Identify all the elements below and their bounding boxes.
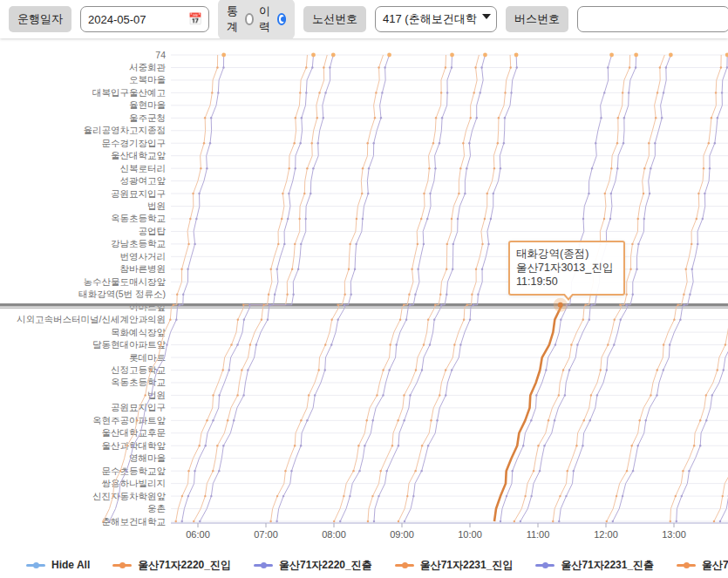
legend-marker-icon <box>112 564 132 567</box>
toolbar: 운행일자 📅 통계 이력 노선번호 417 (춘해보건대학 버스번호 버전ID <box>0 0 728 38</box>
tooltip-station: 태화강역(종점) <box>516 247 617 261</box>
station-label: 옥동초등학교 <box>111 213 166 223</box>
station-label: 공원묘지입구 <box>111 188 166 199</box>
legend-label: Hide All <box>51 559 90 571</box>
tooltip-bus: 울산71자3013_진입 <box>516 261 617 275</box>
x-tick-label: 13:00 <box>662 529 686 540</box>
radio-statistics-circle[interactable] <box>245 13 254 25</box>
station-label: 법원 <box>147 201 166 211</box>
highlighted-data-point[interactable] <box>558 303 563 308</box>
x-tick-label: 07:00 <box>254 529 278 540</box>
station-label: 신복로터리 <box>120 163 167 173</box>
radio-history-circle[interactable] <box>277 13 286 25</box>
station-label: 농수산물도매시장앞 <box>84 276 167 287</box>
legend-marker-icon <box>535 564 555 567</box>
bus-history-app: 운행일자 📅 통계 이력 노선번호 417 (춘해보건대학 버스번호 버전ID … <box>0 0 728 578</box>
legend-marker-icon <box>395 564 414 567</box>
tooltip-time: 11:19:50 <box>516 275 617 289</box>
radio-statistics[interactable]: 통계 <box>227 3 254 35</box>
station-label: 오복마을 <box>129 74 166 85</box>
chart-legend: Hide All울산71자2220_진입울산71자2220_진출울산71자223… <box>0 555 728 575</box>
route-label: 노선번호 <box>303 6 366 32</box>
station-label: 문수초등학교앞 <box>102 466 167 476</box>
station-label: 참바른병원 <box>120 263 167 274</box>
station-label: 울산대학교앞 <box>111 150 167 160</box>
station-label: 문수경기장입구 <box>102 138 167 148</box>
station-label: 영해마을 <box>129 452 166 463</box>
legend-marker-icon <box>254 564 273 567</box>
x-tick-label: 11:00 <box>527 529 550 540</box>
chevron-down-icon <box>482 14 491 19</box>
bus-number-label: 버스번호 <box>506 6 568 32</box>
station-label: 태화강역(5번 정류소) <box>78 289 166 299</box>
station-label: 옥동초등학교 <box>111 377 166 387</box>
station-label: 공업탑 <box>139 226 167 236</box>
station-label: 시외고속버스터미널/신세계안과의원 <box>17 314 166 324</box>
x-tick-label: 06:00 <box>186 529 210 540</box>
radio-history-label: 이력 <box>259 3 274 35</box>
route-select-wrap: 417 (춘해보건대학 <box>375 6 497 32</box>
x-tick-label: 08:00 <box>322 529 346 540</box>
legend-item-울산71자2273_진입[interactable]: 울산71자2273_진입 <box>677 558 728 573</box>
station-label: 신진자동차학원앞 <box>92 491 167 501</box>
station-label: 웅촌 <box>147 503 166 513</box>
route-select[interactable]: 417 (춘해보건대학 <box>375 6 497 32</box>
radio-history[interactable]: 이력 <box>259 3 286 35</box>
legend-label: 울산71자2220_진입 <box>138 558 231 573</box>
station-label: 울산대학교후문 <box>102 427 167 438</box>
x-tick-label: 10:00 <box>458 529 482 540</box>
station-label: 대복입구울산예고 <box>92 87 166 98</box>
legend-label: 울산71자2231_진입 <box>420 558 514 573</box>
legend-item-울산71자2220_진출[interactable]: 울산71자2220_진출 <box>254 558 372 573</box>
legend-item-울산71자2231_진출[interactable]: 울산71자2231_진출 <box>535 558 654 573</box>
legend-marker-icon <box>26 564 45 567</box>
station-label: 율현마을 <box>129 99 166 110</box>
station-label: 이마트앞 <box>129 302 167 312</box>
chart-tooltip: 태화강역(종점) 울산71자3013_진입 11:19:50 <box>508 241 625 296</box>
legend-label: 울산71자2231_진출 <box>561 558 654 573</box>
legend-item-hide-all[interactable]: Hide All <box>26 559 90 571</box>
station-label: 롯데마트 <box>129 352 166 363</box>
station-label: 서중회관 <box>129 62 167 72</box>
x-tick-label: 12:00 <box>594 529 618 540</box>
legend-marker-icon <box>677 564 696 567</box>
date-field-wrap: 📅 <box>80 6 209 32</box>
mode-radio-group: 통계 이력 <box>218 0 295 39</box>
station-label: 번영사거리 <box>120 251 167 262</box>
date-label: 운행일자 <box>9 6 71 32</box>
x-tick-label: 09:00 <box>390 529 414 540</box>
station-label: 강남초등학교 <box>111 238 166 248</box>
calendar-icon[interactable]: 📅 <box>188 12 202 25</box>
station-label: 목화예식장앞 <box>111 327 167 337</box>
station-label: 성광여고앞 <box>120 175 167 186</box>
radio-statistics-label: 통계 <box>227 3 242 35</box>
station-label: 쌍용하나빌리지 <box>102 478 167 488</box>
station-label: 달동현대아파트앞 <box>92 339 167 350</box>
station-label: 옥현주공아파트앞 <box>92 415 167 425</box>
station-label: 74 <box>155 50 166 60</box>
legend-label: 울산71자2273_진입 <box>702 558 728 573</box>
legend-label: 울산71자2220_진출 <box>279 558 372 573</box>
legend-item-울산71자2231_진입[interactable]: 울산71자2231_진입 <box>395 558 514 573</box>
legend-item-울산71자2220_진입[interactable]: 울산71자2220_진입 <box>112 558 231 573</box>
station-label: 율리공영차고지종점 <box>84 125 167 135</box>
station-label: 울주군청 <box>129 112 166 123</box>
bus-number-input[interactable] <box>577 6 728 32</box>
